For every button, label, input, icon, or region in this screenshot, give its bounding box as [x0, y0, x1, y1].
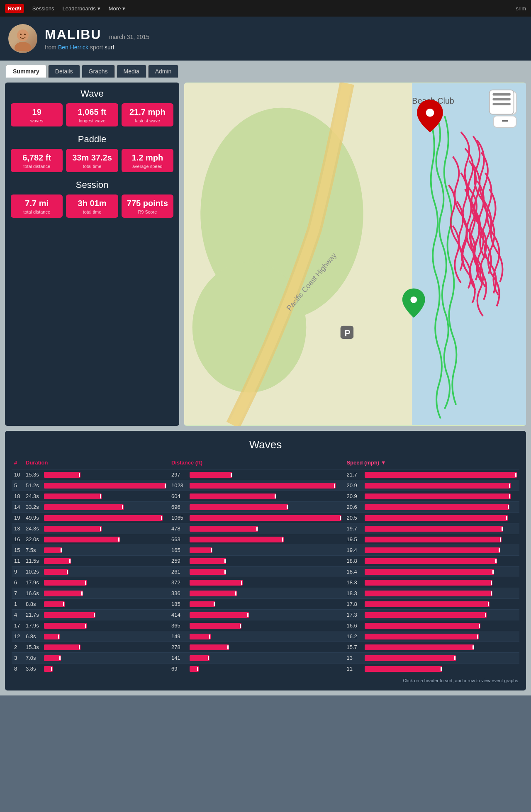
session-name: MALIBU [45, 27, 101, 42]
wave-distance: 414 [169, 610, 344, 620]
table-row[interactable]: 5 51.2s 1023 20.9 [12, 480, 519, 491]
stat-session-time: 3h 01m total time [66, 194, 118, 218]
table-row[interactable]: 15 7.5s 165 19.4 [12, 545, 519, 556]
wave-num: 8 [12, 664, 23, 674]
wave-duration: 49.9s [23, 513, 169, 523]
user-menu[interactable]: srlm [516, 5, 526, 12]
wave-distance: 261 [169, 566, 344, 577]
wave-distance: 69 [169, 664, 344, 674]
wave-distance: 478 [169, 523, 344, 534]
wave-num: 6 [12, 577, 23, 588]
chevron-down-icon: ▾ [97, 5, 100, 12]
wave-distance: 141 [169, 653, 344, 664]
table-row[interactable]: 6 17.9s 372 18.3 [12, 577, 519, 588]
waves-table: # Duration Distance (ft) Speed (mph) ▼ 1… [12, 458, 519, 674]
wave-num: 4 [12, 610, 23, 620]
paddle-cards: 6,782 ft total distance 33m 37.2s total … [11, 149, 173, 172]
table-row[interactable]: 18 24.3s 604 20.9 [12, 491, 519, 502]
wave-speed: 19.4 [344, 545, 519, 556]
wave-num: 14 [12, 502, 23, 513]
wave-speed: 17.8 [344, 599, 519, 610]
stat-longest-wave: 1,065 ft longest wave [66, 103, 118, 126]
table-row[interactable]: 4 21.7s 414 17.3 [12, 610, 519, 620]
wave-num: 19 [12, 513, 23, 523]
wave-duration: 17.9s [23, 577, 169, 588]
wave-distance: 185 [169, 599, 344, 610]
table-row[interactable]: 11 11.5s 259 18.8 [12, 556, 519, 566]
map-panel[interactable]: Pacific Coast Highway P Beach Club [184, 83, 526, 426]
wave-speed: 18.3 [344, 588, 519, 599]
session-user-link[interactable]: Ben Herrick [58, 44, 88, 51]
table-row[interactable]: 9 10.2s 261 18.4 [12, 566, 519, 577]
wave-speed: 16.6 [344, 620, 519, 631]
wave-duration: 7.0s [23, 653, 169, 664]
table-row[interactable]: 13 24.3s 478 19.7 [12, 523, 519, 534]
nav-sessions[interactable]: Sessions [32, 5, 54, 12]
svg-point-1 [15, 42, 31, 51]
tabs-bar: Summary Details Graphs Media Admin [0, 61, 531, 78]
wave-speed: 19.7 [344, 523, 519, 534]
tab-summary[interactable]: Summary [6, 65, 46, 78]
wave-distance: 278 [169, 642, 344, 653]
col-header-distance[interactable]: Distance (ft) [169, 458, 344, 469]
table-row[interactable]: 17 17.9s 365 16.6 [12, 620, 519, 631]
wave-speed: 16.2 [344, 631, 519, 642]
wave-num: 17 [12, 620, 23, 631]
stat-paddle-dist: 6,782 ft total distance [11, 149, 63, 172]
session-section: Session 7.7 mi total distance 3h 01m tot… [11, 180, 173, 218]
nav-leaderboards[interactable]: Leaderboards ▾ [63, 5, 100, 12]
table-row[interactable]: 8 3.8s 69 11 [12, 664, 519, 674]
wave-num: 3 [12, 653, 23, 664]
session-title: MALIBU march 31, 2015 from Ben Herrick s… [45, 27, 149, 51]
svg-text:P: P [344, 328, 350, 338]
col-header-num[interactable]: # [12, 458, 23, 469]
col-header-speed[interactable]: Speed (mph) ▼ [344, 458, 519, 469]
svg-point-2 [20, 34, 22, 35]
session-meta: from Ben Herrick sport surf [45, 44, 149, 51]
wave-speed: 13 [344, 653, 519, 664]
session-date: march 31, 2015 [109, 34, 149, 40]
session-cards: 7.7 mi total distance 3h 01m total time … [11, 194, 173, 218]
wave-distance: 259 [169, 556, 344, 566]
svg-rect-22 [493, 93, 511, 96]
waves-section: Waves # Duration Distance (ft) Speed (mp… [5, 431, 526, 690]
summary-grid: Wave 19 waves 1,065 ft longest wave 21.7… [5, 83, 526, 426]
wave-cards: 19 waves 1,065 ft longest wave 21.7 mph … [11, 103, 173, 126]
table-row[interactable]: 1 8.8s 185 17.8 [12, 599, 519, 610]
table-row[interactable]: 10 15.3s 297 21.7 [12, 469, 519, 480]
wave-distance: 336 [169, 588, 344, 599]
table-row[interactable]: 7 16.6s 336 18.3 [12, 588, 519, 599]
wave-num: 5 [12, 480, 23, 491]
col-header-duration[interactable]: Duration [23, 458, 169, 469]
stat-paddle-speed: 1.2 mph average speed [122, 149, 173, 172]
table-row[interactable]: 2 15.3s 278 15.7 [12, 642, 519, 653]
wave-duration: 3.8s [23, 664, 169, 674]
tab-graphs[interactable]: Graphs [82, 65, 115, 78]
wave-duration: 24.3s [23, 491, 169, 502]
tab-details[interactable]: Details [48, 65, 80, 78]
table-row[interactable]: 3 7.0s 141 13 [12, 653, 519, 664]
wave-speed: 19.5 [344, 534, 519, 545]
wave-distance: 663 [169, 534, 344, 545]
nav-more[interactable]: More ▾ [109, 5, 126, 12]
wave-distance: 365 [169, 620, 344, 631]
wave-distance: 372 [169, 577, 344, 588]
wave-num: 2 [12, 642, 23, 653]
wave-distance: 604 [169, 491, 344, 502]
stat-r9score: 775 points R9 Score [122, 194, 173, 218]
table-row[interactable]: 12 6.8s 149 16.2 [12, 631, 519, 642]
wave-title: Wave [11, 88, 173, 99]
wave-duration: 51.2s [23, 480, 169, 491]
table-row[interactable]: 14 33.2s 696 20.6 [12, 502, 519, 513]
svg-point-13 [426, 109, 434, 117]
table-row[interactable]: 19 49.9s 1065 20.5 [12, 513, 519, 523]
wave-duration: 17.9s [23, 620, 169, 631]
wave-speed: 21.7 [344, 469, 519, 480]
tab-media[interactable]: Media [117, 65, 146, 78]
chevron-down-icon: ▾ [122, 5, 125, 12]
brand-logo[interactable]: Red9 [5, 4, 24, 13]
wave-num: 12 [12, 631, 23, 642]
table-row[interactable]: 16 32.0s 663 19.5 [12, 534, 519, 545]
wave-num: 11 [12, 556, 23, 566]
tab-admin[interactable]: Admin [148, 65, 179, 78]
